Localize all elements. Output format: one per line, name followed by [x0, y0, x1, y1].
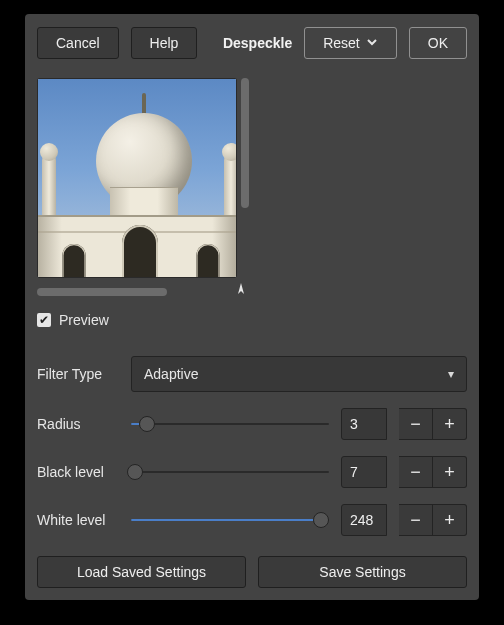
radius-stepper: − +	[399, 408, 467, 440]
preview-horizontal-scrollbar-thumb[interactable]	[37, 288, 167, 296]
black-level-stepper: − +	[399, 456, 467, 488]
filter-type-value: Adaptive	[144, 366, 198, 382]
plus-icon: +	[444, 462, 455, 483]
white-level-decrement-button[interactable]: −	[399, 504, 433, 536]
navigate-icon[interactable]	[233, 282, 249, 302]
dialog-toolbar: Cancel Help Despeckle Reset OK	[37, 26, 467, 60]
black-level-decrement-button[interactable]: −	[399, 456, 433, 488]
white-level-value-input[interactable]: 248	[341, 504, 387, 536]
minus-icon: −	[410, 462, 421, 483]
load-saved-settings-button[interactable]: Load Saved Settings	[37, 556, 246, 588]
ok-button[interactable]: OK	[409, 27, 467, 59]
preview-checkbox[interactable]: ✔ Preview	[37, 312, 467, 328]
radius-row: Radius 3 − +	[37, 408, 467, 440]
preview-area	[37, 78, 467, 278]
radius-label: Radius	[37, 416, 119, 432]
black-level-increment-button[interactable]: +	[433, 456, 467, 488]
filter-type-label: Filter Type	[37, 366, 119, 382]
preview-navigation-row	[37, 282, 249, 302]
plus-icon: +	[444, 414, 455, 435]
black-level-row: Black level 7 − +	[37, 456, 467, 488]
preview-image[interactable]	[37, 78, 237, 278]
white-level-increment-button[interactable]: +	[433, 504, 467, 536]
radius-value-input[interactable]: 3	[341, 408, 387, 440]
white-level-label: White level	[37, 512, 119, 528]
white-level-stepper: − +	[399, 504, 467, 536]
white-level-slider-thumb[interactable]	[313, 512, 329, 528]
black-level-slider[interactable]	[131, 462, 329, 482]
preview-vertical-scrollbar[interactable]	[241, 78, 249, 278]
check-icon: ✔	[37, 313, 51, 327]
dialog-title: Despeckle	[223, 35, 292, 51]
save-settings-button[interactable]: Save Settings	[258, 556, 467, 588]
radius-slider-thumb[interactable]	[139, 416, 155, 432]
minus-icon: −	[410, 414, 421, 435]
despeckle-dialog: Cancel Help Despeckle Reset OK	[25, 14, 479, 600]
preview-checkbox-label: Preview	[59, 312, 109, 328]
dialog-footer: Load Saved Settings Save Settings	[37, 556, 467, 588]
black-level-value-input[interactable]: 7	[341, 456, 387, 488]
white-level-slider[interactable]	[131, 510, 329, 530]
cancel-button[interactable]: Cancel	[37, 27, 119, 59]
dialog-content: ✔ Preview Filter Type Adaptive ▾ Radius …	[37, 72, 467, 588]
reset-button[interactable]: Reset	[304, 27, 397, 59]
black-level-slider-thumb[interactable]	[127, 464, 143, 480]
minus-icon: −	[410, 510, 421, 531]
black-level-label: Black level	[37, 464, 119, 480]
preview-vertical-scrollbar-thumb[interactable]	[241, 78, 249, 208]
radius-slider[interactable]	[131, 414, 329, 434]
settings-form: Filter Type Adaptive ▾ Radius 3 − +	[37, 356, 467, 536]
reset-label: Reset	[323, 35, 360, 51]
filter-type-select[interactable]: Adaptive ▾	[131, 356, 467, 392]
help-button[interactable]: Help	[131, 27, 198, 59]
plus-icon: +	[444, 510, 455, 531]
radius-increment-button[interactable]: +	[433, 408, 467, 440]
white-level-row: White level 248 − +	[37, 504, 467, 536]
preview-horizontal-scrollbar[interactable]	[37, 288, 227, 296]
filter-type-row: Filter Type Adaptive ▾	[37, 356, 467, 392]
radius-decrement-button[interactable]: −	[399, 408, 433, 440]
dropdown-triangle-icon: ▾	[448, 367, 454, 381]
chevron-down-icon	[366, 35, 378, 51]
